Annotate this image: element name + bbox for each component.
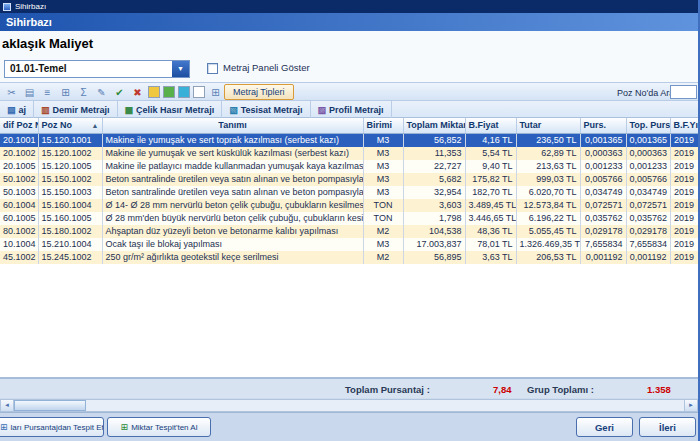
table-cell: 6.020,70 TL <box>516 186 580 199</box>
table-cell: 60.1004 <box>0 199 38 212</box>
tab-label: aj <box>19 105 27 115</box>
metraj-grid-icon[interactable]: ⊞ <box>208 85 223 100</box>
table-cell: 80.1002 <box>0 225 38 238</box>
table-cell: M3 <box>363 147 403 160</box>
table-cell: 0,034749 <box>580 186 626 199</box>
table-row[interactable]: 20.100115.120.1001Makine ile yumuşak ve … <box>0 133 698 147</box>
table-cell: 20.1001 <box>0 133 38 147</box>
table-cell: 50.1003 <box>0 186 38 199</box>
horizontal-scrollbar[interactable]: ◄ ► <box>0 399 698 412</box>
table-cell: 182,70 TL <box>465 186 516 199</box>
app-icon <box>3 3 11 11</box>
table-cell: 15.120.1001 <box>38 133 102 147</box>
table-row[interactable]: 60.100515.160.1005Ø 28 mm'den büyük nerv… <box>0 212 698 225</box>
table-row[interactable]: 50.100315.150.1003Beton santralinde üret… <box>0 186 698 199</box>
table-cell: Ø 28 mm'den büyük nervürlü beton çelik ç… <box>102 212 363 225</box>
table-row[interactable]: 80.100215.180.1002Ahşaptan düz yüzeyli b… <box>0 225 698 238</box>
tab-metraj[interactable]: ▤aj <box>0 101 34 118</box>
table-cell: 0,029178 <box>626 225 670 238</box>
sum-icon[interactable]: Σ <box>76 85 91 100</box>
table-cell: 213,63 TL <box>516 160 580 173</box>
table-cell: 3.489,45 TL <box>465 199 516 212</box>
paste-icon[interactable]: ≡ <box>40 85 55 100</box>
col-header-tutar[interactable]: Tutar <box>516 118 580 133</box>
cyan-square-icon[interactable] <box>178 86 190 98</box>
table-cell: 0,035762 <box>580 212 626 225</box>
table-row[interactable]: 20.100215.120.1002Makine ile yumuşak ve … <box>0 147 698 160</box>
tab-celik-hasir-metraji[interactable]: ▦Çelik Hasır Metrajı <box>118 101 223 118</box>
table-cell: 20.1002 <box>0 147 38 160</box>
table-cell: 7,655834 <box>580 238 626 251</box>
metraj-panel-checkbox[interactable] <box>207 63 218 74</box>
scroll-right-icon[interactable]: ► <box>684 400 697 411</box>
metraj-tipleri-button[interactable]: Metraj Tipleri <box>224 84 294 100</box>
table-cell: M3 <box>363 133 403 147</box>
col-header-kendi-poz-no[interactable]: dif Poz No <box>0 118 38 133</box>
table-cell: 0,072571 <box>580 199 626 212</box>
table-cell: M2 <box>363 225 403 238</box>
table-cell: 56,852 <box>403 133 465 147</box>
table-icon[interactable]: ⊞ <box>58 85 73 100</box>
scrollbar-thumb[interactable] <box>14 400 86 411</box>
cost-table-area: dif Poz No ▲Poz No Tanımı Birimi Toplam … <box>0 118 698 378</box>
table-row[interactable]: 50.100215.150.1002Beton santralinde üret… <box>0 173 698 186</box>
table-row[interactable]: 45.100215.245.1002250 gr/m² ağırlıkta ge… <box>0 251 698 264</box>
table-cell: 5,682 <box>403 173 465 186</box>
table-cell: 20.1005 <box>0 160 38 173</box>
table-cell: 2019 <box>670 186 698 199</box>
sort-ascending-icon: ▲ <box>92 122 99 129</box>
table-header-row: dif Poz No ▲Poz No Tanımı Birimi Toplam … <box>0 118 698 133</box>
tab-demir-metraji[interactable]: ▥Demir Metrajı <box>34 101 118 118</box>
table-body: 20.100115.120.1001Makine ile yumuşak ve … <box>0 133 698 264</box>
copy-icon[interactable]: ▤ <box>22 85 37 100</box>
toolbar: ✂▤≡⊞Σ✎✔✖⊞ Metraj Tipleri Poz No'da Ara <box>0 82 698 101</box>
yaklasik-maliyet-sihirbazi-window: Sihirbazı Sihirbazı aklaşık Maliyet 01.0… <box>0 0 700 441</box>
page-title: aklaşık Maliyet <box>2 36 93 51</box>
tab-tesisat-metraji[interactable]: ▧Tesisat Metrajı <box>222 101 310 118</box>
table-cell: 2019 <box>670 160 698 173</box>
window-titlebar[interactable]: Sihirbazı <box>0 0 698 13</box>
table-cell: 9,40 TL <box>465 160 516 173</box>
group-combobox[interactable]: 01.01-Temel ▼ <box>4 60 190 78</box>
table-row[interactable]: 20.100515.120.1005Makine ile patlayıcı m… <box>0 160 698 173</box>
white-square-icon[interactable] <box>193 86 205 98</box>
table-cell: 5,54 TL <box>465 147 516 160</box>
col-header-top-purs[interactable]: Top. Purs. <box>626 118 670 133</box>
table-row[interactable]: 10.100415.210.1004Ocak taşı ile blokaj y… <box>0 238 698 251</box>
col-header-birimi[interactable]: Birimi <box>363 118 403 133</box>
edit-icon[interactable]: ✎ <box>94 85 109 100</box>
table-cell: 0,000363 <box>626 147 670 160</box>
table-cell: 0,035762 <box>626 212 670 225</box>
celik-hasir-tab-icon: ▦ <box>125 105 134 115</box>
col-header-purs[interactable]: Purs. <box>580 118 626 133</box>
col-header-toplam-miktar[interactable]: Toplam Miktar <box>403 118 465 133</box>
tesisat-tab-icon: ▧ <box>229 105 238 115</box>
ileri-button[interactable]: İleri <box>639 417 696 437</box>
col-header-b-fiyat[interactable]: B.Fiyat <box>465 118 516 133</box>
col-header-tanimi[interactable]: Tanımı <box>102 118 363 133</box>
green-square-icon[interactable] <box>163 86 175 98</box>
miktar-tespitten-al-label: Miktar Tespit'ten Al <box>131 423 197 432</box>
tab-label: Çelik Hasır Metrajı <box>136 105 214 115</box>
combo-dropdown-button[interactable]: ▼ <box>172 61 189 77</box>
yellow-square-icon[interactable] <box>148 86 160 98</box>
scroll-left-icon[interactable]: ◄ <box>1 400 14 411</box>
poz-no-search-input[interactable] <box>670 85 697 99</box>
geri-button[interactable]: Geri <box>576 417 633 437</box>
col-header-bf-yili[interactable]: B.F.Yıl <box>670 118 698 133</box>
table-row[interactable]: 60.100415.160.1004Ø 14- Ø 28 mm nervürlü… <box>0 199 698 212</box>
table-cell: 0,005766 <box>580 173 626 186</box>
table-cell: 0,005766 <box>626 173 670 186</box>
confirm-icon[interactable]: ✔ <box>112 85 127 100</box>
pursantajdan-tespit-button[interactable]: ⊞ ları Pursantajdan Tespit Et <box>0 417 104 437</box>
table-cell: 5.055,45 TL <box>516 225 580 238</box>
col-header-poz-no[interactable]: ▲Poz No <box>38 118 102 133</box>
table-cell: 45.1002 <box>0 251 38 264</box>
cancel-icon[interactable]: ✖ <box>130 85 145 100</box>
table-cell: 3,63 TL <box>465 251 516 264</box>
tab-profil-metraji[interactable]: ▨Profil Metrajı <box>311 101 392 118</box>
miktar-tespitten-al-button[interactable]: ⊞ Miktar Tespit'ten Al <box>107 417 211 437</box>
cut-icon[interactable]: ✂ <box>4 85 19 100</box>
metraj-panel-checkbox-label: Metraj Paneli Göster <box>223 62 310 73</box>
table-cell: 206,53 TL <box>516 251 580 264</box>
